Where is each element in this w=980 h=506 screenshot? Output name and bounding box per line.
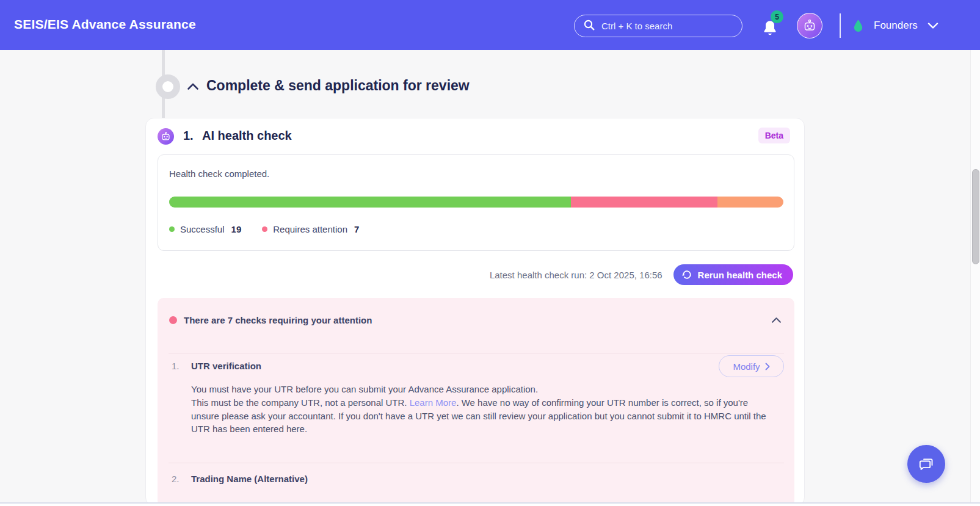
successful-count: 19 [231,224,242,234]
health-meta-row: Latest health check run: 2 Oct 2025, 16:… [490,264,793,285]
scrollbar-thumb[interactable] [972,169,979,264]
section-title: Complete & send application for review [206,78,470,94]
beta-badge: Beta [758,128,790,143]
last-run-text: Latest health check run: 2 Oct 2025, 16:… [490,270,662,280]
droplet-icon [852,18,864,33]
check-item-number: 2. [172,474,180,484]
ai-robot-icon [158,128,174,145]
chevron-right-icon [765,363,770,370]
legend-successful: Successful 19 [169,224,241,234]
successful-dot-icon [169,226,175,232]
progress-segment-successful [169,197,571,208]
chevron-up-icon [771,317,782,323]
chevron-down-icon [927,22,938,29]
global-search[interactable] [574,15,742,37]
card-step-number: 1. [183,129,194,143]
health-progress-bar [169,197,783,208]
account-menu[interactable]: Founders [852,13,938,38]
description-line1: You must have your UTR before you can su… [191,384,538,394]
section-collapse-button[interactable] [185,78,201,94]
attention-divider [169,353,784,353]
notification-count-badge: 5 [771,10,783,23]
description-line2-start: This must be the company UTR, not a pers… [191,397,410,408]
page-title: SEIS/EIS Advance Assurance [14,17,196,32]
attention-label: Requires attention [273,224,347,234]
legend-attention: Requires attention 7 [262,224,359,234]
health-check-card: 1. AI health check Beta Health check com… [145,118,805,506]
health-status-text: Health check completed. [169,168,269,179]
timeline-step-dot [156,74,180,99]
search-input[interactable] [601,21,733,31]
attention-divider [169,463,784,463]
rerun-icon [681,269,693,281]
user-avatar[interactable] [797,13,822,38]
chat-widget-button[interactable] [907,445,945,483]
progress-segment-attention [571,197,717,208]
progress-segment-warning [717,197,783,208]
learn-more-link[interactable]: Learn More [410,397,457,408]
progress-legend: Successful 19 Requires attention 7 [169,224,359,234]
account-name: Founders [874,20,918,32]
attention-dot-icon [262,226,267,232]
rerun-label: Rerun health check [698,270,782,280]
check-item-title: UTR verification [191,361,261,371]
attention-count: 7 [354,224,359,234]
check-item-description: You must have your UTR before you can su… [191,383,776,436]
successful-label: Successful [180,224,225,234]
notifications-button[interactable]: 5 [759,15,783,40]
modify-label: Modify [733,361,760,372]
scrollbar-track[interactable] [970,50,980,502]
search-icon [583,19,595,34]
attention-dot-badge [169,316,177,324]
attention-panel: There are 7 checks requiring your attent… [158,298,794,506]
check-item-title: Trading Name (Alternative) [191,474,308,484]
attention-panel-header: There are 7 checks requiring your attent… [184,315,372,325]
header-divider [840,13,841,38]
card-title: AI health check [202,129,292,143]
window-bottom-strip [0,504,980,506]
chat-bubbles-icon [917,455,935,473]
app-window: SEIS/EIS Advance Assurance 5 [0,0,980,506]
health-summary-box: Health check completed. Successful 19 Re… [158,154,794,251]
attention-collapse-button[interactable] [769,313,783,327]
robot-avatar-icon [802,18,818,34]
check-item-number: 1. [172,361,180,371]
chevron-up-icon [187,82,199,90]
rerun-health-check-button[interactable]: Rerun health check [673,264,793,285]
modify-button[interactable]: Modify [719,355,784,377]
top-header: SEIS/EIS Advance Assurance 5 [0,0,980,50]
